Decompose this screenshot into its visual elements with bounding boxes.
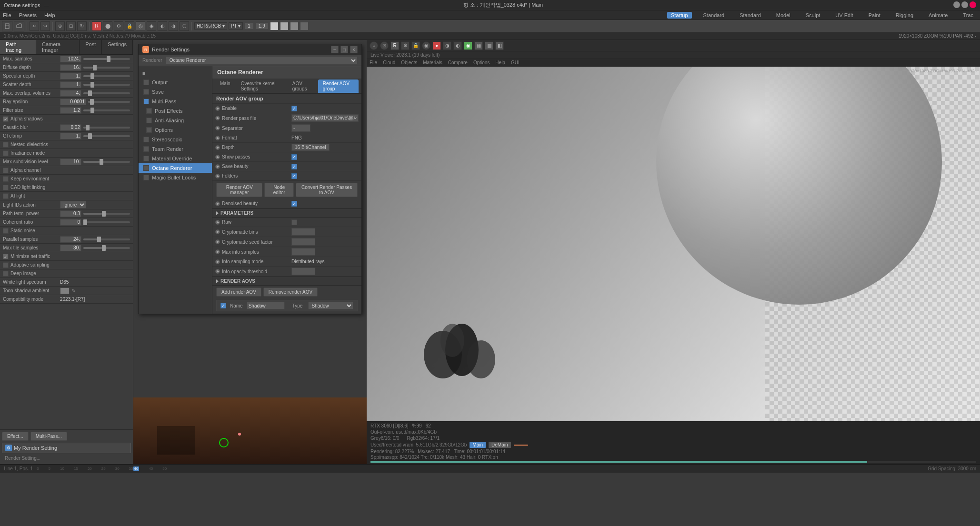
render-aovs-header[interactable]: RENDER AOVS: [212, 277, 361, 286]
sidebar-octane-renderer[interactable]: Octane Renderer: [139, 163, 212, 173]
specular-depth-slider[interactable]: [83, 75, 130, 77]
irradiance-mode-checkbox[interactable]: [3, 150, 9, 156]
redo-btn[interactable]: ↪: [40, 21, 50, 31]
tab-settings[interactable]: Settings: [102, 40, 133, 54]
vp-green-btn[interactable]: ◉: [464, 41, 472, 50]
diffuse-depth-slider[interactable]: [83, 67, 130, 69]
output-checkbox[interactable]: [143, 79, 149, 85]
tab-post[interactable]: Post: [80, 40, 102, 54]
max-samples-input[interactable]: [60, 56, 81, 62]
multi-pass-checkbox[interactable]: [143, 99, 149, 104]
minimize-net-checkbox[interactable]: [3, 254, 9, 259]
vp-circle-btn[interactable]: ◉: [422, 41, 430, 50]
coherent-ratio-slider[interactable]: [83, 221, 130, 223]
anti-aliasing-checkbox[interactable]: [146, 118, 152, 123]
max-info-input[interactable]: 128: [291, 248, 315, 256]
sidebar-output[interactable]: Output: [139, 78, 212, 87]
folders-checkbox[interactable]: ✓: [291, 173, 297, 179]
renderer-select[interactable]: Octane Renderer: [165, 56, 358, 65]
open-btn[interactable]: [14, 21, 24, 31]
alpha-shadows-checkbox[interactable]: [3, 116, 9, 122]
ray-epsilon-input[interactable]: [60, 99, 86, 105]
cad-light-checkbox[interactable]: [3, 185, 9, 190]
light-ids-dropdown[interactable]: Ignore: [60, 201, 86, 208]
close-button[interactable]: [970, 1, 976, 8]
scatter-depth-slider[interactable]: [83, 84, 130, 86]
scale-btn[interactable]: ⊡: [66, 21, 76, 31]
static-noise-checkbox[interactable]: [3, 228, 9, 234]
gi-clamp-input[interactable]: [60, 133, 81, 139]
tab-rigging[interactable]: Rigging: [892, 12, 917, 19]
vp-stop-btn[interactable]: ●: [432, 41, 441, 50]
save-checkbox[interactable]: [143, 89, 149, 95]
menu-materials[interactable]: Materials: [423, 60, 442, 65]
tab-overwrite[interactable]: Overwrite kernel Settings: [236, 79, 287, 93]
sidebar-save[interactable]: Save: [139, 87, 212, 97]
tab-standard2[interactable]: Standard: [736, 12, 765, 19]
specular-depth-input[interactable]: [60, 73, 81, 79]
depth-value[interactable]: 16 Bit/Channel: [291, 144, 330, 151]
node-editor-btn[interactable]: Node editor: [264, 183, 294, 197]
menu-file[interactable]: File: [370, 60, 377, 65]
tab-uv-edit[interactable]: UV Edit: [831, 12, 857, 19]
parallel-samples-slider[interactable]: [83, 238, 130, 240]
post-effects-checkbox[interactable]: [146, 108, 152, 114]
dialog-close-btn[interactable]: ×: [350, 46, 358, 53]
sidebar-material-override[interactable]: Material Override: [139, 154, 212, 163]
sidebar-options[interactable]: Options: [139, 125, 212, 135]
sidebar-menu-icon[interactable]: ≡: [139, 69, 212, 78]
maximize-button[interactable]: [961, 1, 968, 8]
coherent-ratio-input[interactable]: [60, 219, 81, 226]
convert-passes-btn[interactable]: Convert Render Passes to AOV: [296, 183, 358, 197]
max-subdiv-input[interactable]: [60, 159, 81, 165]
scatter-depth-input[interactable]: [60, 81, 81, 88]
caustic-blur-input[interactable]: [60, 124, 81, 131]
tab-track[interactable]: Trac: [959, 12, 977, 19]
tool-btn4[interactable]: ◉: [147, 21, 156, 31]
raw-checkbox[interactable]: [291, 219, 297, 225]
tool-btn2[interactable]: 🔒: [125, 21, 134, 31]
color-swatch-2[interactable]: [280, 22, 289, 30]
deep-image-checkbox[interactable]: [3, 271, 9, 277]
max-subdiv-slider[interactable]: [83, 161, 130, 163]
vp-r-btn[interactable]: R: [390, 41, 399, 50]
crypto-bins-input[interactable]: 6: [291, 228, 315, 236]
denoised-checkbox[interactable]: ✓: [291, 201, 297, 207]
toon-shadow-color[interactable]: [60, 288, 70, 294]
toon-shadow-edit[interactable]: ✎: [71, 288, 75, 293]
minimize-button[interactable]: [953, 1, 960, 8]
tool-btn1[interactable]: ⚙: [114, 21, 123, 31]
viewport-render-btn[interactable]: ⬤: [103, 21, 112, 31]
pt-select[interactable]: PT ▾: [229, 22, 243, 30]
keep-env-checkbox[interactable]: [3, 176, 9, 182]
remove-render-aov-btn[interactable]: Remove render AOV: [263, 288, 318, 297]
sidebar-post-effects[interactable]: Post Effects: [139, 106, 212, 116]
presets-menu[interactable]: Presets: [19, 12, 37, 18]
aov-name-input[interactable]: [247, 302, 285, 309]
show-passes-checkbox[interactable]: ✓: [291, 154, 297, 160]
tab-main[interactable]: Main: [215, 79, 235, 93]
dialog-min-btn[interactable]: −: [331, 46, 339, 53]
options-checkbox[interactable]: [146, 127, 152, 133]
rotate-btn[interactable]: ↻: [77, 21, 87, 31]
save-beauty-checkbox[interactable]: ✓: [291, 164, 297, 169]
tab-render-aov[interactable]: Render AOV group: [318, 79, 359, 93]
menu-help[interactable]: Help: [495, 60, 505, 65]
enable-checkbox[interactable]: ✓: [291, 106, 297, 111]
vp-key-btn[interactable]: 🔒: [411, 41, 420, 50]
crypto-seed-input[interactable]: 10: [291, 238, 315, 246]
ray-epsilon-slider[interactable]: [88, 101, 130, 103]
sidebar-stereoscopic[interactable]: Stereoscopic: [139, 135, 212, 144]
effect-button[interactable]: Effect...: [2, 432, 29, 441]
vp-lock-btn[interactable]: ⊡: [380, 41, 389, 50]
nested-dielectrics-checkbox[interactable]: [3, 142, 9, 148]
color-swatch-3[interactable]: [290, 22, 299, 30]
filter-size-input[interactable]: [60, 107, 81, 114]
sidebar-multi-pass[interactable]: Multi-Pass: [139, 97, 212, 106]
menu-camera[interactable]: Compare: [448, 60, 468, 65]
diffuse-depth-input[interactable]: [60, 64, 81, 71]
tool-btn3[interactable]: ◎: [136, 21, 145, 31]
material-override-checkbox[interactable]: [143, 156, 149, 161]
menu-cloud[interactable]: Cloud: [383, 60, 395, 65]
separator-input[interactable]: [291, 124, 310, 132]
